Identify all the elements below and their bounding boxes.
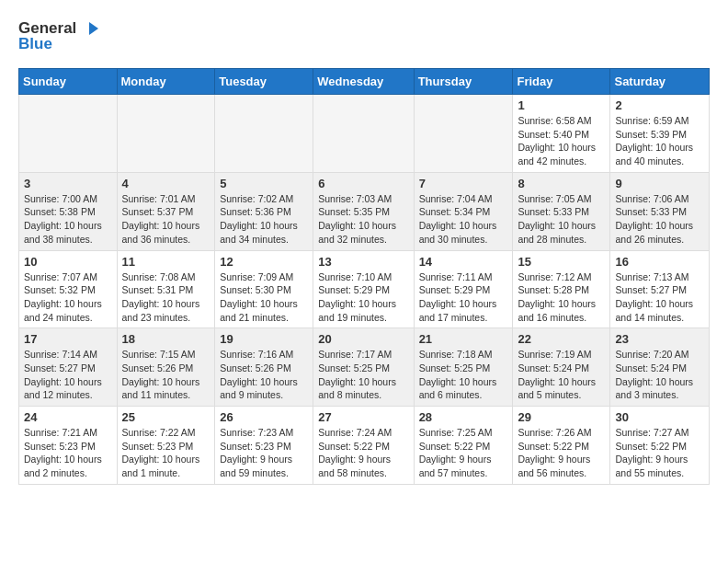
calendar-cell [117,95,215,173]
weekday-header-friday: Friday [513,69,610,95]
calendar-table: SundayMondayTuesdayWednesdayThursdayFrid… [18,68,710,485]
day-number: 14 [419,255,508,269]
day-info: Sunrise: 7:24 AM Sunset: 5:22 PM Dayligh… [318,426,408,480]
calendar-cell: 3Sunrise: 7:00 AM Sunset: 5:38 PM Daylig… [19,172,118,250]
day-info: Sunrise: 7:05 AM Sunset: 5:33 PM Dayligh… [518,192,605,247]
calendar-cell: 1Sunrise: 6:58 AM Sunset: 5:40 PM Daylig… [513,95,610,173]
day-info: Sunrise: 7:19 AM Sunset: 5:24 PM Dayligh… [518,348,605,402]
calendar-cell: 25Sunrise: 7:22 AM Sunset: 5:23 PM Dayli… [117,407,215,485]
calendar-week-row: 1Sunrise: 6:58 AM Sunset: 5:40 PM Daylig… [19,95,710,173]
calendar-cell: 24Sunrise: 7:21 AM Sunset: 5:23 PM Dayli… [19,407,118,485]
day-number: 30 [615,410,704,424]
day-number: 24 [24,410,112,424]
day-info: Sunrise: 7:03 AM Sunset: 5:35 PM Dayligh… [318,192,408,247]
calendar-week-row: 3Sunrise: 7:00 AM Sunset: 5:38 PM Daylig… [19,172,710,250]
day-info: Sunrise: 6:59 AM Sunset: 5:39 PM Dayligh… [615,114,704,168]
day-number: 28 [419,410,508,424]
logo-blue: Blue [18,35,52,53]
calendar-cell: 8Sunrise: 7:05 AM Sunset: 5:33 PM Daylig… [513,172,610,250]
calendar-cell: 22Sunrise: 7:19 AM Sunset: 5:24 PM Dayli… [513,328,610,407]
day-info: Sunrise: 7:11 AM Sunset: 5:29 PM Dayligh… [419,270,508,325]
day-number: 1 [518,98,605,112]
calendar-cell: 26Sunrise: 7:23 AM Sunset: 5:23 PM Dayli… [215,407,313,485]
day-number: 25 [122,410,210,424]
calendar-cell: 23Sunrise: 7:20 AM Sunset: 5:24 PM Dayli… [610,328,710,407]
calendar-cell: 5Sunrise: 7:02 AM Sunset: 5:36 PM Daylig… [215,172,313,250]
logo-bird-icon [78,18,98,39]
calendar-cell [414,95,513,173]
calendar-cell: 9Sunrise: 7:06 AM Sunset: 5:33 PM Daylig… [610,172,710,250]
day-info: Sunrise: 7:08 AM Sunset: 5:31 PM Dayligh… [122,270,210,325]
calendar-cell: 10Sunrise: 7:07 AM Sunset: 5:32 PM Dayli… [19,250,118,328]
calendar-cell: 20Sunrise: 7:17 AM Sunset: 5:25 PM Dayli… [313,328,414,407]
day-info: Sunrise: 7:23 AM Sunset: 5:23 PM Dayligh… [220,426,308,480]
calendar-cell: 12Sunrise: 7:09 AM Sunset: 5:30 PM Dayli… [215,250,313,328]
calendar-cell: 21Sunrise: 7:18 AM Sunset: 5:25 PM Dayli… [414,328,513,407]
calendar-cell [19,95,118,173]
calendar-cell: 4Sunrise: 7:01 AM Sunset: 5:37 PM Daylig… [117,172,215,250]
day-info: Sunrise: 7:15 AM Sunset: 5:26 PM Dayligh… [122,348,210,402]
day-info: Sunrise: 7:27 AM Sunset: 5:22 PM Dayligh… [615,426,704,480]
day-number: 7 [419,177,508,190]
calendar-cell: 16Sunrise: 7:13 AM Sunset: 5:27 PM Dayli… [610,250,710,328]
calendar-cell: 19Sunrise: 7:16 AM Sunset: 5:26 PM Dayli… [215,328,313,407]
day-number: 21 [419,332,508,346]
calendar-cell: 11Sunrise: 7:08 AM Sunset: 5:31 PM Dayli… [117,250,215,328]
day-number: 15 [518,255,605,269]
day-info: Sunrise: 7:02 AM Sunset: 5:36 PM Dayligh… [220,192,308,247]
calendar-cell: 27Sunrise: 7:24 AM Sunset: 5:22 PM Dayli… [313,407,414,485]
day-number: 11 [122,255,210,269]
calendar-header-row: SundayMondayTuesdayWednesdayThursdayFrid… [19,69,710,95]
calendar-cell: 29Sunrise: 7:26 AM Sunset: 5:22 PM Dayli… [513,407,610,485]
calendar-week-row: 10Sunrise: 7:07 AM Sunset: 5:32 PM Dayli… [19,250,710,328]
day-info: Sunrise: 7:01 AM Sunset: 5:37 PM Dayligh… [122,192,210,247]
calendar-cell: 14Sunrise: 7:11 AM Sunset: 5:29 PM Dayli… [414,250,513,328]
calendar-cell: 7Sunrise: 7:04 AM Sunset: 5:34 PM Daylig… [414,172,513,250]
day-number: 8 [518,177,605,190]
day-info: Sunrise: 7:22 AM Sunset: 5:23 PM Dayligh… [122,426,210,480]
day-number: 5 [220,177,308,190]
day-info: Sunrise: 6:58 AM Sunset: 5:40 PM Dayligh… [518,114,605,168]
day-info: Sunrise: 7:12 AM Sunset: 5:28 PM Dayligh… [518,270,605,325]
day-number: 3 [24,177,112,190]
day-number: 13 [318,255,408,269]
day-number: 27 [318,410,408,424]
calendar-week-row: 17Sunrise: 7:14 AM Sunset: 5:27 PM Dayli… [19,328,710,407]
logo: General Blue [18,18,98,53]
day-info: Sunrise: 7:25 AM Sunset: 5:22 PM Dayligh… [419,426,508,480]
day-number: 19 [220,332,308,346]
day-info: Sunrise: 7:06 AM Sunset: 5:33 PM Dayligh… [615,192,704,247]
calendar-cell: 2Sunrise: 6:59 AM Sunset: 5:39 PM Daylig… [610,95,710,173]
weekday-header-saturday: Saturday [610,69,710,95]
day-number: 22 [518,332,605,346]
day-number: 4 [122,177,210,190]
day-number: 12 [220,255,308,269]
day-number: 2 [615,98,704,112]
day-number: 17 [24,332,112,346]
day-info: Sunrise: 7:26 AM Sunset: 5:22 PM Dayligh… [518,426,605,480]
day-info: Sunrise: 7:21 AM Sunset: 5:23 PM Dayligh… [24,426,112,480]
day-number: 26 [220,410,308,424]
day-number: 29 [518,410,605,424]
page-header: General Blue [18,18,710,53]
day-info: Sunrise: 7:14 AM Sunset: 5:27 PM Dayligh… [24,348,112,402]
calendar-cell: 13Sunrise: 7:10 AM Sunset: 5:29 PM Dayli… [313,250,414,328]
day-info: Sunrise: 7:13 AM Sunset: 5:27 PM Dayligh… [615,270,704,325]
day-info: Sunrise: 7:00 AM Sunset: 5:38 PM Dayligh… [24,192,112,247]
day-number: 9 [615,177,704,190]
calendar-cell: 17Sunrise: 7:14 AM Sunset: 5:27 PM Dayli… [19,328,118,407]
day-info: Sunrise: 7:07 AM Sunset: 5:32 PM Dayligh… [24,270,112,325]
calendar-week-row: 24Sunrise: 7:21 AM Sunset: 5:23 PM Dayli… [19,407,710,485]
day-info: Sunrise: 7:04 AM Sunset: 5:34 PM Dayligh… [419,192,508,247]
day-info: Sunrise: 7:16 AM Sunset: 5:26 PM Dayligh… [220,348,308,402]
day-number: 10 [24,255,112,269]
day-info: Sunrise: 7:09 AM Sunset: 5:30 PM Dayligh… [220,270,308,325]
svg-marker-0 [89,22,98,35]
calendar-cell: 30Sunrise: 7:27 AM Sunset: 5:22 PM Dayli… [610,407,710,485]
calendar-cell: 6Sunrise: 7:03 AM Sunset: 5:35 PM Daylig… [313,172,414,250]
day-info: Sunrise: 7:17 AM Sunset: 5:25 PM Dayligh… [318,348,408,402]
weekday-header-wednesday: Wednesday [313,69,414,95]
weekday-header-monday: Monday [117,69,215,95]
calendar-cell [313,95,414,173]
day-info: Sunrise: 7:18 AM Sunset: 5:25 PM Dayligh… [419,348,508,402]
